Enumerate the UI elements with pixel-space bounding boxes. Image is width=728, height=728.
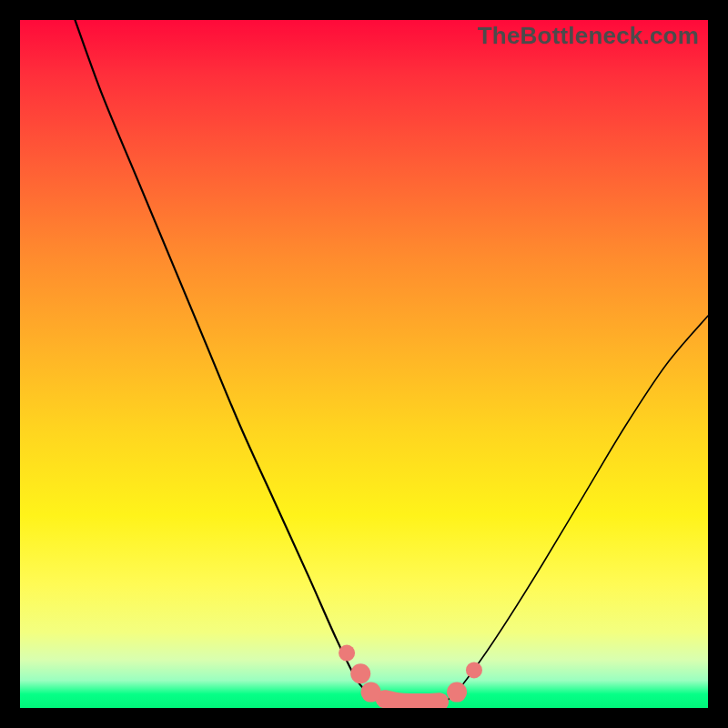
watermark-text: TheBottleneck.com bbox=[478, 22, 699, 50]
bottleneck-curve bbox=[20, 20, 708, 708]
highlight-dot bbox=[466, 662, 482, 678]
plot-area: TheBottleneck.com bbox=[20, 20, 708, 708]
highlight-dot bbox=[350, 663, 370, 683]
highlight-dot bbox=[339, 645, 355, 662]
chart-frame: TheBottleneck.com bbox=[0, 0, 728, 728]
highlight-stroke bbox=[385, 699, 440, 703]
curve-right bbox=[447, 316, 708, 701]
curve-left bbox=[75, 20, 384, 701]
highlight-dot bbox=[447, 682, 467, 703]
highlight-dot bbox=[361, 682, 381, 703]
